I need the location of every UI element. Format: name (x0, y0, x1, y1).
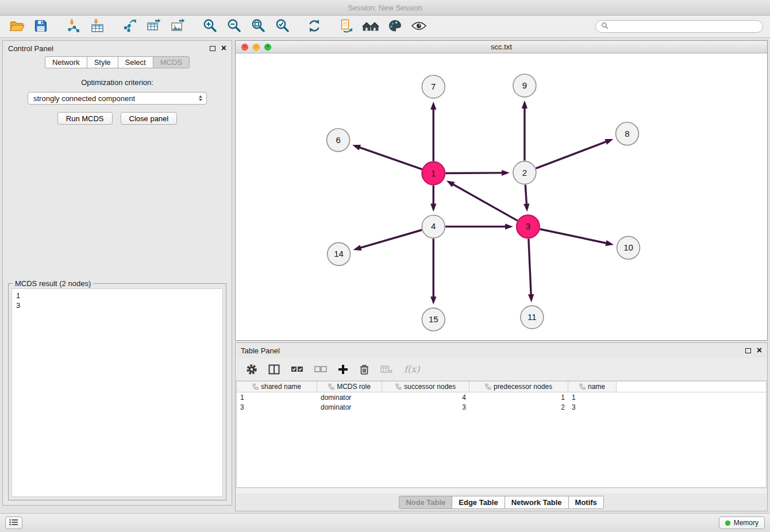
close-table-panel-icon[interactable]: × (757, 347, 762, 354)
column-header-name[interactable]: name (568, 381, 617, 392)
select-all-icon[interactable] (291, 362, 303, 377)
graph-edge-1-6[interactable] (359, 147, 422, 169)
float-panel-icon[interactable] (210, 46, 215, 51)
graph-edge-arrowhead (522, 101, 528, 109)
table-cell[interactable]: 3 (568, 403, 617, 411)
column-header-successor-nodes[interactable]: successor nodes (382, 381, 469, 392)
columns-icon[interactable] (268, 362, 280, 377)
save-icon (34, 19, 48, 34)
criterion-dropdown[interactable]: strongly connected component (28, 92, 207, 105)
graph-edge-2-3[interactable] (525, 184, 526, 205)
network-window-titlebar: × − + scc.txt (236, 41, 767, 53)
window-titlebar: Session: New Session (0, 0, 770, 16)
search-box[interactable] (595, 20, 763, 33)
export-image-button[interactable] (168, 18, 187, 35)
table-cell[interactable]: 3 (382, 403, 469, 411)
graph-edge-4-14[interactable] (360, 230, 422, 248)
graph-edge-3-1[interactable] (452, 184, 517, 221)
import-network-button[interactable] (63, 18, 83, 35)
criterion-value: strongly connected component (28, 94, 197, 103)
graph-edge-3-10[interactable] (540, 229, 607, 244)
column-header-shared-name[interactable]: shared name (237, 381, 317, 392)
graph-node-label: 15 (429, 314, 438, 324)
table-row[interactable]: 1dominator411 (237, 392, 766, 402)
close-window-button[interactable]: × (241, 44, 248, 51)
function-builder-icon[interactable]: f(x) (404, 362, 419, 377)
table-tab-motifs[interactable]: Motifs (568, 496, 604, 509)
mcds-result-text[interactable]: 1 3 (11, 288, 223, 497)
table-tab-node-table[interactable]: Node Table (399, 496, 452, 509)
save-session-button[interactable] (31, 18, 51, 35)
graph-edge-arrowhead (430, 296, 436, 304)
graph-edge-2-8[interactable] (536, 141, 607, 168)
search-input[interactable] (611, 22, 757, 30)
add-row-icon[interactable] (338, 362, 348, 377)
gear-icon[interactable] (246, 362, 257, 377)
minimize-window-button[interactable]: − (253, 44, 260, 51)
network-graph-svg[interactable]: 7968124314101511 (236, 53, 767, 340)
eye-icon (411, 20, 427, 33)
import-table-button[interactable] (87, 18, 107, 35)
table-tab-edge-table[interactable]: Edge Table (452, 496, 505, 509)
table-cell[interactable]: 1 (568, 394, 617, 402)
graph-node-label: 8 (625, 129, 629, 138)
zoom-fit-icon (251, 18, 266, 35)
mcds-result-group: MCDS result (2 nodes) 1 3 (8, 283, 226, 500)
network-window: × − + scc.txt 7968124314101511 (235, 40, 768, 341)
control-panel-body: Optimization criterion: strongly connect… (3, 68, 232, 505)
table-panel-tabs: Node TableEdge TableNetwork TableMotifs (236, 494, 767, 511)
table-cell[interactable]: 1 (237, 394, 317, 402)
table-row[interactable]: 3dominator323 (237, 402, 766, 412)
memory-label: Memory (734, 519, 759, 527)
copy-view-button[interactable] (337, 18, 356, 35)
tab-mcds[interactable]: MCDS (153, 56, 190, 68)
graph-edge-arrowhead (605, 139, 613, 145)
delete-column-icon[interactable] (380, 362, 393, 377)
zoom-out-button[interactable] (224, 18, 244, 35)
table-tab-network-table[interactable]: Network Table (505, 496, 569, 509)
table-cell[interactable]: 4 (382, 394, 469, 402)
close-panel-button[interactable]: Close panel (121, 112, 178, 125)
close-panel-icon[interactable]: × (221, 45, 226, 52)
zoom-fit-button[interactable] (248, 18, 268, 35)
export-table-button[interactable] (144, 18, 163, 35)
zoom-in-button[interactable] (200, 18, 220, 35)
run-mcds-button[interactable]: Run MCDS (57, 112, 113, 125)
home-button[interactable] (361, 18, 380, 35)
refresh-button[interactable] (305, 18, 324, 35)
table-body[interactable]: 1dominator4113dominator323 (237, 392, 766, 487)
table-cell[interactable]: dominator (317, 394, 382, 402)
column-header-predecessor-nodes[interactable]: predecessor nodes (469, 381, 568, 392)
style-button[interactable] (385, 18, 405, 35)
tab-select[interactable]: Select (118, 56, 153, 68)
unselect-all-icon[interactable] (314, 362, 327, 377)
status-menu-button[interactable] (5, 516, 22, 529)
tab-style[interactable]: Style (87, 56, 118, 68)
node-table: shared nameMCDS rolesuccessor nodesprede… (236, 381, 767, 488)
delete-row-icon[interactable] (359, 362, 369, 377)
zoom-selected-button[interactable] (272, 18, 292, 35)
network-canvas[interactable]: 7968124314101511 (236, 53, 767, 340)
list-icon (9, 519, 18, 527)
table-cell[interactable]: 3 (237, 403, 317, 411)
mcds-result-title: MCDS result (2 nodes) (13, 279, 93, 288)
zoom-window-button[interactable]: + (264, 44, 271, 51)
export-network-button[interactable] (120, 18, 139, 35)
show-hide-button[interactable] (409, 18, 429, 35)
zoom-in-icon (202, 18, 218, 35)
column-header-MCDS-role[interactable]: MCDS role (317, 381, 382, 392)
float-table-panel-icon[interactable] (745, 348, 751, 353)
right-column: × − + scc.txt 7968124314101511 Table Pan… (235, 40, 768, 511)
main-area: Control Panel × NetworkStyleSelectMCDS O… (0, 38, 770, 513)
copy-view-icon (339, 18, 354, 35)
graph-edge-1-2[interactable] (445, 173, 503, 174)
tab-network[interactable]: Network (45, 56, 87, 68)
table-hscrollbar[interactable] (236, 488, 767, 494)
table-cell[interactable]: 2 (469, 403, 568, 411)
table-cell[interactable]: dominator (317, 403, 382, 411)
graph-edge-3-11[interactable] (529, 238, 531, 295)
memory-button[interactable]: Memory (719, 516, 765, 529)
table-cell[interactable]: 1 (469, 394, 568, 402)
open-session-button[interactable] (7, 18, 26, 35)
export-table-icon (147, 18, 161, 34)
